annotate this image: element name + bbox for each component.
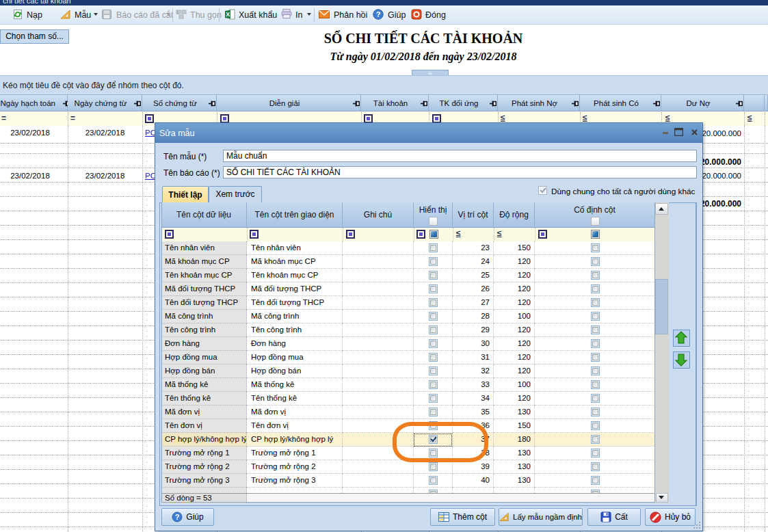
svg-text:i: i bbox=[177, 10, 178, 16]
svg-text:?: ? bbox=[175, 513, 180, 521]
svg-text:X: X bbox=[226, 11, 230, 18]
svg-text:?: ? bbox=[376, 10, 381, 18]
